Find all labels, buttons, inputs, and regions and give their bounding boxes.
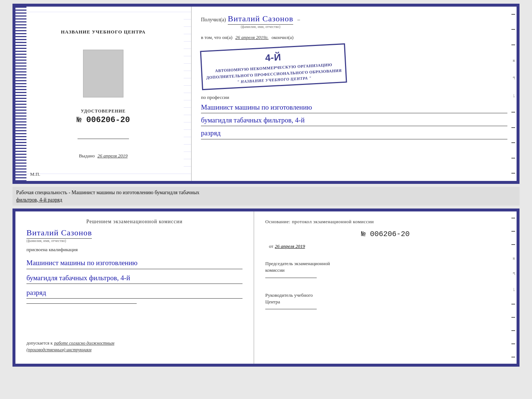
certifies-row: в том, что он(а) 26 апреля 2019г. окончи… — [201, 33, 507, 40]
bottom-name-hint: (фамилия, имя, отчество) — [26, 239, 66, 243]
cert-label: УДОСТОВЕРЕНИЕ — [81, 108, 126, 114]
cert-date: 26 апреля 2019г. — [236, 35, 269, 40]
bdash-3 — [511, 244, 515, 245]
right-dashes-top: и ‚а ‹– — [510, 7, 517, 181]
chairman-signature — [265, 278, 317, 278]
stamp-box: 4-й АВТОНОМНУЮ НЕКОММЕРЧЕСКУЮ ОРГАНИЗАЦИ… — [200, 43, 347, 90]
dash: – — [297, 17, 300, 23]
certificate-bottom: Решением экзаменационной комиссии Витали… — [12, 209, 520, 367]
cert-bottom-left: Решением экзаменационной комиссии Витали… — [15, 211, 254, 364]
allow-text2: (производственным) инструкциям — [26, 347, 91, 352]
dash-8 — [511, 173, 515, 174]
bdash-7 — [511, 343, 515, 344]
recipient-line: Получил(а) Виталий Сазонов (фамилия, имя… — [201, 14, 507, 29]
director-label: Руководитель учебногоЦентра — [265, 292, 506, 305]
issued-date: Выдано 26 апреля 2019 — [79, 153, 128, 159]
name-block-bottom: Виталий Сазонов (фамилия, имя, отчество) — [26, 228, 242, 243]
cert-left-page: НАЗВАНИЕ УЧЕБНОГО ЦЕНТРА УДОСТОВЕРЕНИЕ №… — [15, 7, 192, 181]
profession-line2: бумагидля табачных фильтров, 4-й — [201, 115, 507, 126]
recipient-name: Виталий Сазонов — [228, 14, 293, 25]
cert-bottom-right: Основание: протокол экзаменационной коми… — [254, 211, 517, 364]
bdash-4 — [511, 304, 515, 304]
basis-label: Основание: протокол экзаменационной коми… — [265, 219, 506, 225]
photo-placeholder — [83, 50, 123, 97]
bside-i: и — [511, 257, 515, 260]
qualification-label: присвоена квалификация — [26, 247, 242, 253]
director-block: Руководитель учебногоЦентра — [265, 288, 506, 313]
dash-6 — [511, 142, 515, 143]
label-strip: Рабочая специальность - Машинист машины … — [12, 187, 520, 206]
side-label-arrow: ‹– — [511, 94, 515, 97]
from-label: от — [269, 243, 273, 249]
finished-label: окончил(а) — [272, 35, 294, 40]
dash-2 — [511, 29, 515, 30]
bottom-name: Виталий Сазонов — [26, 228, 92, 239]
from-row: от 26 апреля 2019 — [265, 243, 506, 249]
issued-date-value: 26 апреля 2019 — [97, 153, 127, 158]
cert-right-page: Получил(а) Виталий Сазонов (фамилия, имя… — [192, 7, 517, 181]
label-text-2: фильтров, 4-й разряд — [16, 197, 62, 203]
bdash-6 — [511, 330, 515, 331]
bdash-1 — [511, 218, 515, 218]
profession-label: по профессии — [201, 95, 229, 100]
protocol-number: № 006206-20 — [265, 230, 506, 238]
dash-3 — [511, 44, 515, 45]
signature-line-top — [78, 139, 129, 139]
allow-text-value: работе согласно должностным — [54, 341, 114, 346]
side-label-i: и — [511, 60, 515, 62]
qual-line2: бумагидля табачных фильтров, 4-й — [26, 272, 242, 284]
dash-7 — [511, 158, 515, 158]
allow-block: допускается к работе согласно должностны… — [26, 339, 242, 356]
bside-a: ‚а — [511, 272, 515, 275]
certifies-text: в том, что он(а) — [201, 35, 233, 40]
right-dashes-bottom: и ‚а ‹– — [510, 211, 517, 364]
allow-label: допускается к — [26, 341, 53, 346]
cert-number: № 006206-20 — [76, 115, 130, 125]
dash-1 — [511, 14, 515, 15]
bdash-8 — [511, 357, 515, 357]
profession-block: по профессии Машинист машины по изготовл… — [201, 94, 507, 139]
training-center-title: НАЗВАНИЕ УЧЕБНОГО ЦЕНТРА — [61, 29, 146, 35]
profession-line3: разряд — [201, 128, 507, 139]
profession-line1: Машинист машины по изготовлению — [201, 102, 507, 113]
qual-line3: разряд — [26, 287, 242, 299]
qual-line1: Машинист машины по изготовлению — [26, 257, 242, 269]
left-decoration — [15, 7, 26, 181]
bdash-2 — [511, 231, 515, 232]
bside-arrow: ‹– — [511, 288, 515, 291]
bdash-5 — [511, 317, 515, 318]
chairman-block: Председатель экзаменационнойкомиссии — [265, 257, 506, 281]
dash-5 — [511, 127, 515, 128]
dash-4 — [511, 112, 515, 113]
issued-label: Выдано — [79, 153, 95, 158]
certificate-top: НАЗВАНИЕ УЧЕБНОГО ЦЕНТРА УДОСТОВЕРЕНИЕ №… — [12, 4, 520, 184]
chairman-label: Председатель экзаменационнойкомиссии — [265, 260, 506, 274]
mp-label: М.П. — [30, 171, 40, 177]
recipient-name-hint: (фамилия, имя, отчество) — [241, 25, 280, 29]
received-label: Получил(а) — [201, 17, 226, 23]
stamp-area: 4-й АВТОНОМНУЮ НЕКОММЕРЧЕСКУЮ ОРГАНИЗАЦИ… — [201, 45, 507, 89]
director-signature — [265, 309, 317, 309]
signature-line-bottom — [26, 303, 137, 304]
label-text-1: Рабочая специальность - Машинист машины … — [16, 190, 200, 195]
side-label-a: ‚а — [511, 76, 515, 80]
from-date-value: 26 апреля 2019 — [275, 243, 305, 249]
decision-title: Решением экзаменационной комиссии — [26, 219, 242, 225]
